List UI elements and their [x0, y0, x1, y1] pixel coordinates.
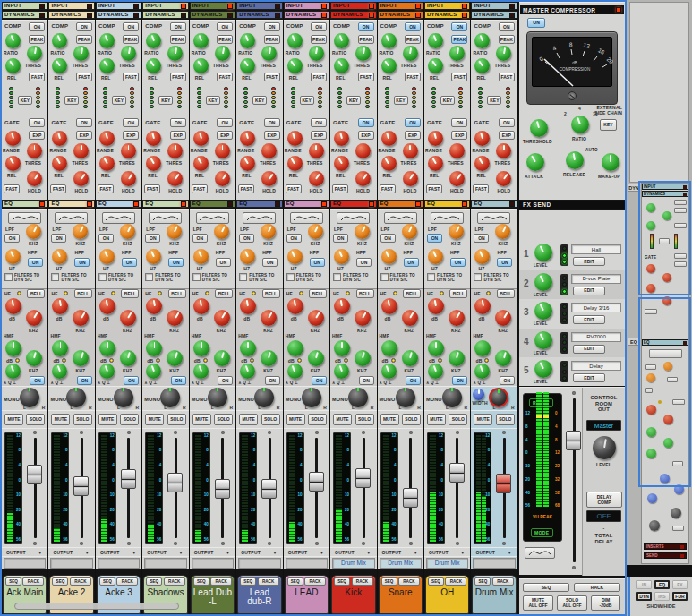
seq-button[interactable]: SEQ: [240, 578, 256, 586]
channel-name-tag[interactable]: SEQ RACK Snare: [379, 575, 423, 614]
gate-exp-button[interactable]: EXP: [499, 131, 515, 140]
seq-button[interactable]: SEQ: [474, 578, 491, 586]
gate-fast-button[interactable]: FAST: [4, 184, 20, 193]
solo-button[interactable]: SOLO: [402, 414, 421, 425]
comp-peak-button[interactable]: PEAK: [29, 35, 45, 44]
comp-ratio-knob[interactable]: [428, 33, 443, 48]
mute-button[interactable]: MUTE: [333, 414, 352, 425]
master-key-button[interactable]: KEY: [600, 119, 617, 131]
gate-range-knob[interactable]: [287, 131, 303, 146]
fx-level-knob[interactable]: [534, 244, 552, 261]
eq-curve-display[interactable]: [477, 212, 510, 224]
eq-curve-display[interactable]: [102, 212, 135, 224]
gate-thres-knob[interactable]: [121, 143, 136, 158]
gate-thres-knob[interactable]: [403, 143, 418, 158]
eq-curve-display[interactable]: [384, 212, 417, 224]
hf-bell-button[interactable]: BELL: [168, 289, 186, 298]
dynamics-header[interactable]: DYNAMICS: [96, 11, 141, 19]
output-dropdown-arrow[interactable]: ▼: [460, 551, 465, 555]
hf-bell-button[interactable]: BELL: [403, 289, 421, 298]
comp-fast-button[interactable]: FAST: [76, 73, 92, 81]
eq-curve-display[interactable]: [55, 212, 88, 224]
pan-knob[interactable]: [396, 388, 415, 407]
fader-handle[interactable]: [73, 476, 89, 496]
show-hide-ins-button[interactable]: INS: [654, 592, 670, 601]
gate-range-knob[interactable]: [5, 131, 21, 146]
hf-bell-button[interactable]: BELL: [262, 289, 280, 298]
gate-rel-knob[interactable]: [52, 156, 67, 171]
comp-rel-knob[interactable]: [334, 58, 349, 73]
hpf-on-button[interactable]: ON: [450, 258, 466, 267]
gate-hold-knob[interactable]: [355, 171, 371, 186]
output-assignment[interactable]: [192, 558, 234, 569]
hmf-freq-knob[interactable]: [308, 350, 324, 366]
output-dropdown-arrow[interactable]: ▼: [226, 551, 230, 555]
hf-gain-knob[interactable]: [287, 298, 303, 314]
solo-button[interactable]: SOLO: [120, 414, 139, 425]
eq-curve-display[interactable]: [337, 212, 370, 224]
comp-fast-button[interactable]: FAST: [311, 73, 327, 81]
comp-ratio-knob[interactable]: [52, 33, 67, 48]
key-button[interactable]: KEY: [487, 96, 501, 105]
mute-button[interactable]: MUTE: [51, 414, 70, 425]
dim-button[interactable]: DIM -20dB: [591, 595, 620, 611]
output-dropdown-arrow[interactable]: ▼: [38, 551, 42, 555]
fader-handle[interactable]: [27, 465, 42, 484]
comp-thres-knob[interactable]: [73, 46, 89, 61]
output-assignment[interactable]: [144, 558, 186, 569]
fx-edit-button[interactable]: EDIT: [573, 345, 605, 354]
filters-to-dyn-checkbox[interactable]: [4, 273, 13, 281]
seq-button[interactable]: SEQ: [99, 578, 115, 586]
lpf-on-button[interactable]: ON: [192, 234, 208, 243]
comp-fast-button[interactable]: FAST: [451, 73, 467, 81]
hpf-freq-knob[interactable]: [428, 249, 443, 264]
comp-fast-button[interactable]: FAST: [358, 73, 374, 81]
gate-thres-knob[interactable]: [261, 143, 277, 158]
eq-header[interactable]: EQ: [190, 200, 235, 208]
mute-button[interactable]: MUTE: [239, 414, 258, 425]
key-button[interactable]: KEY: [300, 96, 314, 105]
comp-on-button[interactable]: ON: [123, 22, 139, 31]
gate-hold-knob[interactable]: [27, 171, 42, 186]
comp-rel-knob[interactable]: [381, 58, 397, 73]
comp-ratio-knob[interactable]: [5, 33, 21, 48]
comp-rel-knob[interactable]: [193, 58, 209, 73]
comp-thres-knob[interactable]: [449, 46, 465, 61]
comp-peak-button[interactable]: PEAK: [170, 35, 186, 44]
channel-name-tag[interactable]: SEQ RACK Drum Mix: [472, 575, 516, 614]
mute-button[interactable]: MUTE: [286, 414, 305, 425]
rack-button[interactable]: RACK: [304, 578, 326, 586]
solo-button[interactable]: SOLO: [449, 414, 467, 425]
gate-hold-knob[interactable]: [261, 171, 277, 186]
gate-on-button[interactable]: ON: [499, 118, 515, 127]
pan-knob[interactable]: [302, 388, 321, 407]
eq-curve-display[interactable]: [243, 212, 276, 224]
lpf-freq-knob[interactable]: [495, 224, 510, 239]
gate-exp-button[interactable]: EXP: [358, 131, 374, 140]
eq-band-on-button[interactable]: ON: [359, 376, 374, 385]
hpf-freq-knob[interactable]: [334, 249, 349, 264]
lpf-on-button[interactable]: ON: [4, 234, 20, 243]
key-button[interactable]: KEY: [112, 96, 126, 105]
comp-rel-knob[interactable]: [5, 58, 21, 73]
gate-on-button[interactable]: ON: [451, 118, 467, 127]
fx-edit-button[interactable]: EDIT: [573, 287, 605, 295]
output-assignment[interactable]: [98, 558, 140, 569]
hf-gain-knob[interactable]: [381, 298, 397, 314]
lpf-on-button[interactable]: ON: [145, 234, 160, 243]
hf-bell-button[interactable]: BELL: [215, 289, 233, 298]
gate-on-button[interactable]: ON: [170, 118, 186, 127]
fx-name-display[interactable]: Hall: [571, 244, 621, 254]
gate-fast-button[interactable]: FAST: [98, 184, 114, 193]
key-button[interactable]: KEY: [18, 96, 32, 105]
seq-button[interactable]: SEQ: [428, 578, 444, 586]
master-makeup-knob[interactable]: [602, 153, 619, 171]
seq-button[interactable]: SEQ: [334, 578, 350, 586]
output-assignment[interactable]: [4, 558, 46, 569]
eq-band-on-button[interactable]: ON: [77, 376, 92, 385]
comp-peak-button[interactable]: PEAK: [264, 35, 280, 44]
gate-exp-button[interactable]: EXP: [76, 131, 92, 140]
lpf-freq-knob[interactable]: [167, 224, 182, 239]
channel-name-tag[interactable]: SEQ RACK LEAD: [285, 575, 329, 614]
key-button[interactable]: KEY: [158, 96, 173, 105]
